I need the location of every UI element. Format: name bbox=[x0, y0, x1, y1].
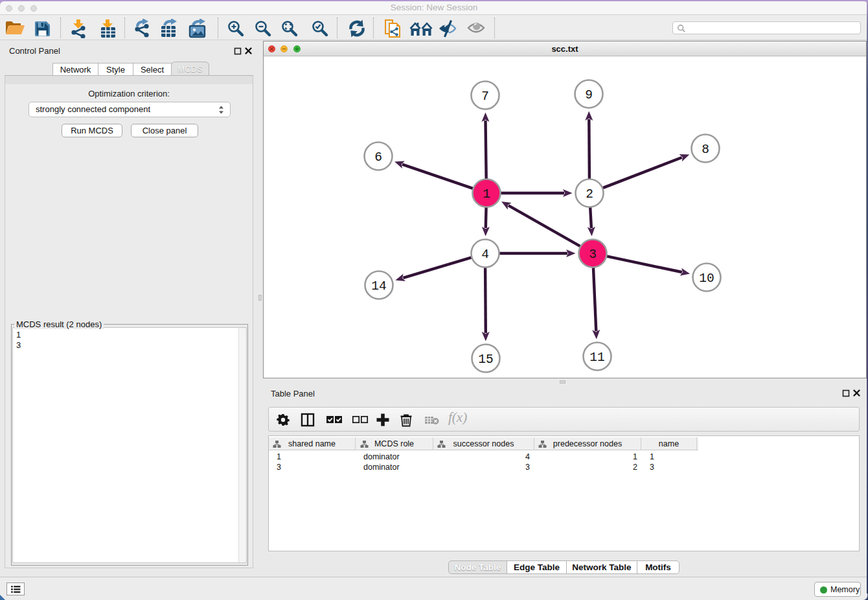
svg-text:1: 1 bbox=[483, 187, 490, 202]
svg-text:15: 15 bbox=[478, 352, 493, 367]
svg-text:10: 10 bbox=[699, 271, 714, 286]
svg-text:4: 4 bbox=[481, 248, 489, 262]
svg-text:6: 6 bbox=[374, 150, 382, 165]
svg-text:2: 2 bbox=[586, 187, 593, 202]
svg-text:9: 9 bbox=[585, 88, 593, 102]
svg-text:7: 7 bbox=[481, 89, 489, 104]
svg-text:8: 8 bbox=[702, 143, 709, 157]
svg-text:3: 3 bbox=[589, 248, 597, 262]
svg-text:11: 11 bbox=[589, 351, 604, 365]
svg-text:14: 14 bbox=[371, 279, 386, 294]
